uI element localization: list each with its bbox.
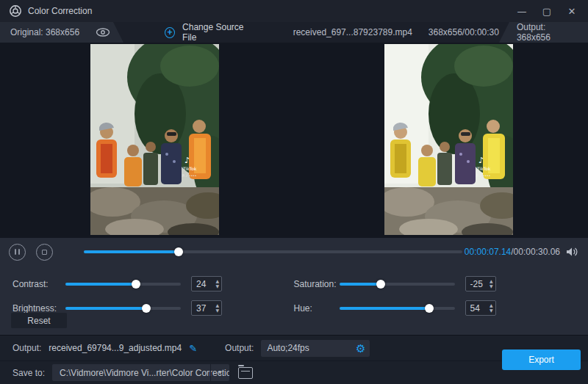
edit-pencil-icon[interactable]: ✎ <box>189 343 197 354</box>
add-icon: + <box>165 27 175 38</box>
saturation-label: Saturation: <box>294 279 340 289</box>
output-format-label: Output: <box>225 343 254 353</box>
saturation-fill <box>340 283 381 286</box>
footer: Output: received_69794...9_adjusted.mp4 … <box>0 335 588 384</box>
contrast-row: Contrast: 24 ▲ ▼ <box>12 276 294 291</box>
svg-text:♬ ♪ ••••: ♬ ♪ •••• <box>476 174 490 178</box>
saturation-slider[interactable] <box>340 283 455 286</box>
source-bar: Original: 368x656 + Change Source File r… <box>0 22 588 43</box>
contrast-fill <box>65 283 136 286</box>
brightness-thumb[interactable] <box>142 304 151 313</box>
source-filename: received_697...87923789.mp4 <box>293 27 412 37</box>
seek-slider[interactable] <box>84 250 462 253</box>
hue-row: Hue: 54 ▲ ▼ <box>294 300 576 316</box>
maximize-icon[interactable]: ▢ <box>537 3 557 19</box>
stop-icon <box>42 250 47 255</box>
change-source-button[interactable]: + Change Source File <box>165 22 255 43</box>
adjustments-panel: Contrast: 24 ▲ ▼ Saturation: <box>0 266 588 335</box>
output-row: Output: received_69794...9_adjusted.mp4 … <box>0 336 588 361</box>
brightness-spinbox[interactable]: 37 ▲ ▼ <box>191 300 222 316</box>
output-format-value: Auto;24fps <box>267 343 356 353</box>
save-to-label: Save to: <box>12 368 45 378</box>
spin-down-icon[interactable]: ▼ <box>490 308 493 313</box>
browse-folder-icon[interactable] <box>238 367 253 379</box>
hue-thumb[interactable] <box>425 304 434 313</box>
time-display: 00:00:07.14/00:00:30.06 <box>465 247 579 257</box>
contrast-thumb[interactable] <box>132 280 140 289</box>
preview-area: ♪ TikTok ♬ ♪ •••• <box>0 43 588 238</box>
brightness-label: Brightness: <box>12 303 65 314</box>
contrast-label: Contrast: <box>12 279 65 289</box>
hue-fill <box>340 307 429 310</box>
svg-text:TikTok: TikTok <box>182 166 197 171</box>
reset-button[interactable]: Reset <box>11 313 67 328</box>
current-time: 00:00:07.14 <box>465 247 511 257</box>
contrast-spinbox[interactable]: 24 ▲ ▼ <box>191 276 222 291</box>
close-icon[interactable]: ✕ <box>562 3 582 19</box>
total-time: /00:00:30.06 <box>511 247 560 257</box>
original-size-label: Original: 368x656 <box>10 27 79 37</box>
pause-button[interactable] <box>9 244 26 261</box>
source-dimensions-duration: 368x656/00:00:30 <box>429 27 499 37</box>
export-button[interactable]: Export <box>502 349 581 370</box>
title-bar: Color Correction — ▢ ✕ <box>0 0 588 22</box>
brightness-value: 37 <box>192 303 215 314</box>
pause-icon <box>15 249 21 255</box>
svg-text:♬ ♪ ••••: ♬ ♪ •••• <box>182 174 196 178</box>
output-format-field[interactable]: Auto;24fps ⚙ <box>261 340 370 357</box>
hue-value: 54 <box>466 303 490 314</box>
minimize-icon[interactable]: — <box>512 3 532 19</box>
saturation-spinbox[interactable]: -25 ▲ ▼ <box>465 276 496 291</box>
saturation-value: -25 <box>466 279 490 289</box>
original-video-preview: ♪ TikTok ♬ ♪ •••• <box>90 44 219 235</box>
svg-text:♪: ♪ <box>184 156 190 165</box>
volume-icon[interactable] <box>566 247 579 257</box>
compare-eye-icon[interactable] <box>96 28 110 37</box>
change-source-label: Change Source File <box>182 22 255 43</box>
svg-text:♪: ♪ <box>478 156 484 165</box>
tab-output: Output: 368x656 <box>499 22 588 43</box>
window-controls: — ▢ ✕ <box>512 3 582 19</box>
output-filename: received_69794...9_adjusted.mp4 <box>49 343 182 353</box>
hue-spinbox[interactable]: 54 ▲ ▼ <box>465 300 496 316</box>
spin-down-icon[interactable]: ▼ <box>215 308 219 313</box>
save-path-select[interactable]: C:\Vidmore\Vidmore Vi...rter\Color Corre… <box>52 364 229 381</box>
gear-icon[interactable]: ⚙ <box>356 343 365 354</box>
file-meta: received_697...87923789.mp4 368x656/00:0… <box>293 22 499 43</box>
svg-text:TikTok: TikTok <box>476 166 491 171</box>
stop-button[interactable] <box>36 244 53 261</box>
adjusted-video-preview: ♪ TikTok ♬ ♪ •••• <box>384 44 513 235</box>
seek-fill <box>84 250 179 253</box>
hue-slider[interactable] <box>340 307 455 310</box>
tab-original: Original: 368x656 <box>0 22 123 43</box>
output-size-label: Output: 368x656 <box>517 22 578 43</box>
color-correction-window: Color Correction — ▢ ✕ Original: 368x656… <box>0 0 588 384</box>
playback-bar: 00:00:07.14/00:00:30.06 <box>0 238 588 266</box>
page-title: Color Correction <box>28 6 92 16</box>
saturation-thumb[interactable] <box>376 280 385 289</box>
save-to-row: Save to: C:\Vidmore\Vidmore Vi...rter\Co… <box>0 361 588 384</box>
color-correction-icon <box>9 4 22 18</box>
spin-down-icon[interactable]: ▼ <box>215 284 219 289</box>
output-file-label: Output: <box>12 343 41 353</box>
hue-label: Hue: <box>294 303 340 314</box>
contrast-value: 24 <box>192 279 215 289</box>
seek-thumb[interactable] <box>174 247 183 256</box>
spin-down-icon[interactable]: ▼ <box>490 284 493 289</box>
brightness-slider[interactable] <box>65 307 181 310</box>
brightness-fill <box>65 307 146 310</box>
save-path-value: C:\Vidmore\Vidmore Vi...rter\Color Corre… <box>52 364 210 381</box>
chevron-down-icon[interactable]: ▼ <box>210 364 229 381</box>
contrast-slider[interactable] <box>65 283 181 286</box>
saturation-row: Saturation: -25 ▲ ▼ <box>294 276 576 291</box>
